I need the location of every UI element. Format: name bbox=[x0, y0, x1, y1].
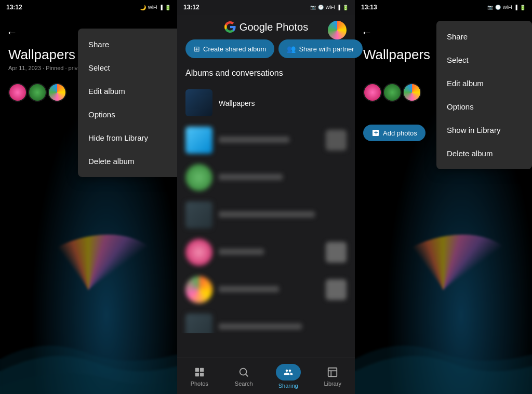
left-status-icons: 🌙 WiFi ▐ 🔋 bbox=[140, 5, 171, 10]
nav-photos[interactable]: Photos bbox=[177, 366, 222, 387]
right-time: 13:13 bbox=[361, 4, 377, 11]
album-info-2 bbox=[219, 135, 320, 145]
center-panel: 13:12 📷 🕐 WiFi ▐ 🔋 Google Photos bbox=[177, 0, 355, 394]
album-list: Wallpapers bbox=[177, 84, 355, 333]
center-clock-icon: 🕐 bbox=[318, 5, 324, 10]
photos-nav-label: Photos bbox=[191, 381, 208, 387]
share-partner-label: Share with partner bbox=[299, 45, 354, 53]
left-dropdown-menu: Share Select Edit album Options Hide fro… bbox=[78, 29, 177, 177]
left-panel: 13:12 🌙 WiFi ▐ 🔋 ← Wallpapers Apr 11, 20… bbox=[0, 0, 177, 394]
left-menu-delete-album[interactable]: Delete album bbox=[78, 150, 177, 173]
album-thumb-6 bbox=[185, 276, 212, 303]
album-item-2[interactable] bbox=[177, 121, 355, 159]
right-menu-options[interactable]: Options bbox=[436, 95, 532, 118]
left-menu-edit-album[interactable]: Edit album bbox=[78, 79, 177, 103]
add-photos-icon bbox=[371, 129, 380, 137]
left-menu-hide-from-library[interactable]: Hide from Library bbox=[78, 126, 177, 150]
right-thumb-3 bbox=[403, 83, 421, 102]
album-name-3 bbox=[219, 174, 283, 180]
center-status-icons: 📷 🕐 WiFi ▐ 🔋 bbox=[310, 5, 349, 10]
right-battery-icon: 🔋 bbox=[520, 5, 526, 10]
share-with-partner-button[interactable]: 👥 Share with partner bbox=[278, 39, 362, 58]
library-nav-label: Library bbox=[324, 381, 341, 387]
create-shared-album-button[interactable]: ⊞ Create shared album bbox=[185, 39, 274, 58]
album-name-6 bbox=[219, 286, 279, 292]
photos-nav-icon bbox=[193, 366, 206, 378]
add-photos-label: Add photos bbox=[383, 129, 417, 137]
album-item-6[interactable] bbox=[177, 271, 355, 308]
profile-picture[interactable] bbox=[328, 21, 347, 39]
album-item-4[interactable] bbox=[177, 196, 355, 234]
right-menu-show-in-library[interactable]: Show in Library bbox=[436, 118, 532, 142]
sharing-nav-icon bbox=[276, 364, 301, 381]
album-item-7[interactable] bbox=[177, 308, 355, 333]
svg-rect-2 bbox=[195, 372, 199, 376]
album-name-4 bbox=[219, 211, 315, 218]
action-buttons-row: ⊞ Create shared album 👥 Share with partn… bbox=[177, 39, 355, 66]
right-thumb-2 bbox=[383, 83, 402, 102]
album-name-wallpapers: Wallpapers bbox=[219, 99, 321, 106]
album-right-thumb-6 bbox=[326, 279, 347, 300]
nav-search[interactable]: Search bbox=[222, 366, 267, 387]
svg-rect-1 bbox=[200, 368, 204, 371]
svg-rect-0 bbox=[195, 368, 199, 371]
right-menu-delete-album[interactable]: Delete album bbox=[436, 142, 532, 165]
svg-line-5 bbox=[246, 374, 248, 376]
svg-rect-3 bbox=[200, 372, 204, 376]
left-back-button[interactable]: ← bbox=[6, 26, 18, 39]
album-item-3[interactable] bbox=[177, 159, 355, 196]
right-thumb-1 bbox=[363, 83, 382, 102]
svg-point-4 bbox=[240, 368, 247, 375]
nav-library[interactable]: Library bbox=[311, 366, 355, 387]
search-nav-icon bbox=[237, 366, 250, 378]
right-menu-share[interactable]: Share bbox=[436, 25, 532, 48]
album-thumb-5 bbox=[185, 239, 212, 266]
right-clock-icon: 🕑 bbox=[495, 5, 501, 10]
album-info-6 bbox=[219, 285, 320, 294]
bottom-navigation: Photos Search Sharing Library bbox=[177, 358, 355, 394]
album-item-5[interactable] bbox=[177, 234, 355, 271]
left-menu-share[interactable]: Share bbox=[78, 33, 177, 56]
album-info-7 bbox=[219, 322, 347, 332]
wifi-icon: WiFi bbox=[148, 5, 157, 10]
google-photos-logo: Google Photos bbox=[224, 21, 308, 33]
album-right-thumb-5 bbox=[326, 242, 347, 263]
right-back-button[interactable]: ← bbox=[361, 26, 373, 39]
right-signal-icon: ▐ bbox=[514, 5, 517, 10]
left-menu-options[interactable]: Options bbox=[78, 103, 177, 126]
center-signal-icon: ▐ bbox=[337, 5, 340, 10]
signal-icon: ▐ bbox=[159, 5, 163, 10]
add-photos-button[interactable]: Add photos bbox=[363, 125, 425, 141]
album-right-thumb-2 bbox=[326, 130, 347, 151]
nav-sharing[interactable]: Sharing bbox=[266, 364, 311, 389]
google-photos-title: Google Photos bbox=[240, 21, 308, 33]
album-thumb-2 bbox=[185, 127, 212, 154]
right-menu-edit-album[interactable]: Edit album bbox=[436, 72, 532, 95]
album-name-2 bbox=[219, 137, 289, 143]
right-wifi-icon: WiFi bbox=[503, 5, 512, 10]
album-info-3 bbox=[219, 173, 347, 182]
album-name-7 bbox=[219, 323, 302, 330]
thumb-3 bbox=[48, 83, 66, 102]
center-battery-icon: 🔋 bbox=[342, 5, 349, 10]
albums-section-title: Albums and conversations bbox=[177, 66, 355, 84]
google-g-icon bbox=[224, 21, 236, 33]
album-info-5 bbox=[219, 248, 320, 257]
svg-rect-6 bbox=[328, 368, 337, 376]
album-item-wallpapers[interactable]: Wallpapers bbox=[177, 84, 355, 121]
center-photo-icon: 📷 bbox=[310, 5, 316, 10]
center-time: 13:12 bbox=[183, 4, 200, 11]
sharing-nav-label: Sharing bbox=[278, 383, 298, 389]
album-name-5 bbox=[219, 249, 264, 255]
right-photo-icon: 📷 bbox=[487, 5, 493, 10]
right-status-icons: 📷 🕑 WiFi ▐ 🔋 bbox=[487, 5, 526, 10]
album-info-4 bbox=[219, 210, 347, 220]
album-thumb-3 bbox=[185, 164, 212, 191]
left-time: 13:12 bbox=[6, 4, 22, 11]
left-menu-select[interactable]: Select bbox=[78, 56, 177, 79]
battery-icon: 🔋 bbox=[165, 5, 171, 10]
left-status-bar: 13:12 🌙 WiFi ▐ 🔋 bbox=[0, 0, 177, 15]
right-menu-select[interactable]: Select bbox=[436, 48, 532, 72]
thumb-1 bbox=[8, 83, 27, 102]
library-nav-icon bbox=[326, 366, 339, 378]
